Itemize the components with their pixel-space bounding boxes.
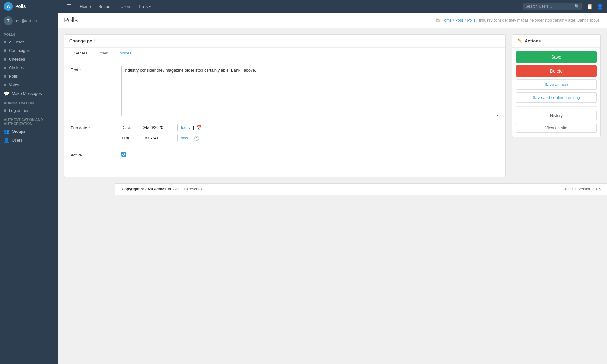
pubdate-field: Date: Today | 📅 Time: Now | 🕐	[121, 124, 499, 144]
sidebar-section-admin-label: Administration	[0, 98, 58, 106]
footer: Copyright © 2020 Acme Ltd. All rights re…	[115, 183, 607, 195]
footer-version: Jazzmin Version 2.1.5	[564, 187, 601, 191]
nav-users[interactable]: Users	[117, 3, 134, 10]
time-row: Time: Now | 🕐	[121, 134, 499, 142]
form-divider	[71, 164, 499, 164]
clock-icon[interactable]: 🕐	[194, 136, 199, 141]
breadcrumb: 🏠 Home / Polls / Polls / Industry consid…	[436, 18, 601, 22]
sidebar-section-auth-label: Authentication and Authorization	[0, 115, 58, 127]
required-marker: *	[88, 125, 90, 130]
dot-icon	[4, 49, 6, 52]
dot-icon	[4, 58, 6, 61]
sidebar-item-log-entries[interactable]: Log entries	[0, 106, 58, 115]
sidebar-item-users[interactable]: 👤 Users	[0, 136, 58, 144]
hamburger-icon[interactable]: ☰	[67, 3, 72, 10]
sidebar-item-make-messages[interactable]: 💬 Make Messages	[0, 89, 58, 98]
sidebar-item-label: Users	[12, 138, 22, 143]
active-checkbox[interactable]	[121, 152, 126, 157]
dot-icon	[4, 109, 6, 112]
sidebar-item-label: AllFields	[9, 40, 24, 44]
avatar: T	[4, 16, 13, 25]
topbar: A Polls ☰ Home Support Users Polls ▾ 🔍 📋…	[0, 0, 607, 13]
pipe-sep: |	[193, 125, 194, 130]
tabs: General Other Choices	[64, 48, 505, 59]
text-field: Industry consider they magazine order st…	[121, 66, 499, 117]
text-field-row: Text * Industry consider they magazine o…	[71, 66, 499, 117]
sidebar-item-label: Campaigns	[9, 48, 30, 53]
sidebar-item-votes[interactable]: Votes	[0, 80, 58, 89]
save-as-new-button[interactable]: Save as new	[516, 79, 597, 90]
active-field-row: Active	[71, 151, 499, 157]
sidebar-item-polls[interactable]: Polls	[0, 72, 58, 80]
sidebar-user: T test@test.com	[0, 13, 58, 29]
active-label: Active	[71, 151, 121, 157]
form-panel-title: Change poll	[64, 35, 505, 48]
active-field	[121, 151, 499, 157]
breadcrumb-current: Industry consider they magazine order st…	[479, 18, 601, 22]
form-body: Text * Industry consider they magazine o…	[64, 59, 505, 177]
save-button[interactable]: Save	[516, 51, 597, 63]
nav-home[interactable]: Home	[77, 3, 94, 10]
sidebar-item-allfields[interactable]: AllFields	[0, 38, 58, 46]
edit-icon: ✏️	[517, 38, 523, 43]
save-continue-button[interactable]: Save and continue editing	[516, 92, 597, 103]
nav-polls-dropdown[interactable]: Polls ▾	[136, 3, 154, 10]
breadcrumb-sep: /	[465, 18, 466, 22]
sidebar-item-cheeses[interactable]: Cheeses	[0, 55, 58, 63]
breadcrumb-home[interactable]: Home	[442, 18, 452, 22]
breadcrumb-polls-2[interactable]: Polls	[467, 18, 475, 22]
sidebar-item-groups[interactable]: 👥 Groups	[0, 127, 58, 136]
nav-support[interactable]: Support	[95, 3, 116, 10]
date-input[interactable]	[140, 124, 178, 131]
top-navigation: Home Support Users Polls ▾	[77, 3, 518, 10]
now-link[interactable]: Now	[180, 136, 188, 140]
note-icon[interactable]: 📋	[587, 3, 593, 10]
groups-icon: 👥	[4, 129, 9, 134]
content-area: Change poll General Other Choices Text *…	[58, 28, 607, 183]
tab-choices[interactable]: Choices	[112, 48, 136, 59]
sidebar-username: test@test.com	[15, 19, 40, 23]
search-box: 🔍	[523, 3, 582, 10]
time-label: Time:	[121, 136, 137, 140]
text-label: Text *	[71, 66, 121, 117]
sidebar-item-label: Groups	[12, 129, 25, 134]
main-wrapper: Polls 🏠 Home / Polls / Polls / Industry …	[58, 13, 607, 364]
calendar-icon[interactable]: 📅	[196, 125, 202, 130]
today-link[interactable]: Today	[180, 125, 190, 130]
date-label: Date:	[121, 125, 137, 130]
tab-other[interactable]: Other	[93, 48, 112, 59]
sidebar-item-label: Make Messages	[12, 91, 42, 96]
breadcrumb-sep: /	[453, 18, 454, 22]
topbar-icons: 📋 👤	[587, 3, 603, 10]
view-on-site-button[interactable]: View on site	[516, 123, 597, 133]
text-textarea[interactable]: Industry consider they magazine order st…	[121, 66, 499, 116]
history-button[interactable]: History	[516, 111, 597, 120]
tab-general[interactable]: General	[69, 48, 93, 59]
actions-header: ✏️ Actions	[512, 35, 600, 48]
user-icon: 👤	[4, 137, 9, 143]
search-input[interactable]	[526, 4, 573, 9]
breadcrumb-icon: 🏠	[436, 18, 440, 22]
dot-icon	[4, 75, 6, 78]
sidebar-item-label: Log entries	[9, 108, 29, 113]
actions-title: Actions	[525, 38, 541, 43]
dot-icon	[4, 67, 6, 69]
app-name: Polls	[15, 4, 26, 9]
breadcrumb-sep: /	[476, 18, 477, 22]
sidebar-item-label: Cheeses	[9, 57, 25, 61]
required-marker: *	[79, 67, 81, 72]
sidebar: T test@test.com Polls AllFields Campaign…	[0, 13, 58, 364]
sidebar-section-polls-label: Polls	[0, 29, 58, 38]
sidebar-item-campaigns[interactable]: Campaigns	[0, 46, 58, 55]
message-icon: 💬	[4, 91, 9, 96]
time-input[interactable]	[140, 134, 178, 142]
pubdate-field-row: Pub date * Date: Today | 📅 Time:	[71, 124, 499, 144]
sidebar-item-choices[interactable]: Choices	[0, 63, 58, 72]
sidebar-item-label: Choices	[9, 65, 24, 70]
breadcrumb-polls-1[interactable]: Polls	[455, 18, 463, 22]
search-icon[interactable]: 🔍	[574, 4, 579, 9]
delete-button[interactable]: Delete	[516, 65, 597, 77]
user-icon[interactable]: 👤	[597, 3, 603, 10]
form-panel: Change poll General Other Choices Text *…	[64, 34, 506, 177]
sidebar-item-label: Votes	[9, 82, 19, 87]
